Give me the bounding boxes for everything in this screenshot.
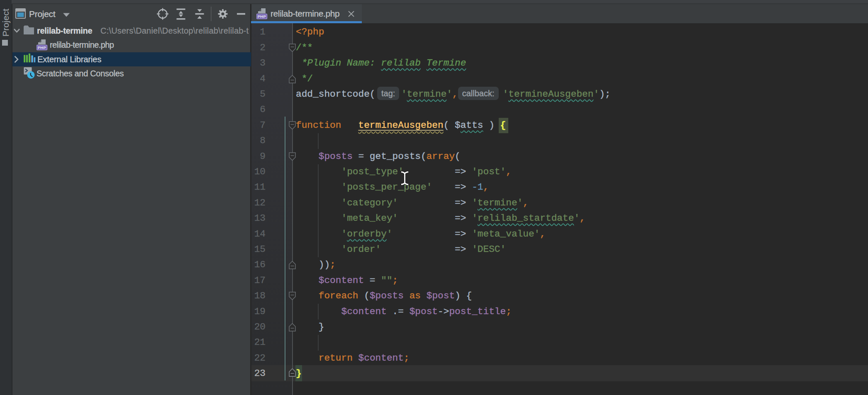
svg-text:PHP: PHP bbox=[38, 45, 46, 50]
svg-text:PHP: PHP bbox=[258, 14, 266, 19]
